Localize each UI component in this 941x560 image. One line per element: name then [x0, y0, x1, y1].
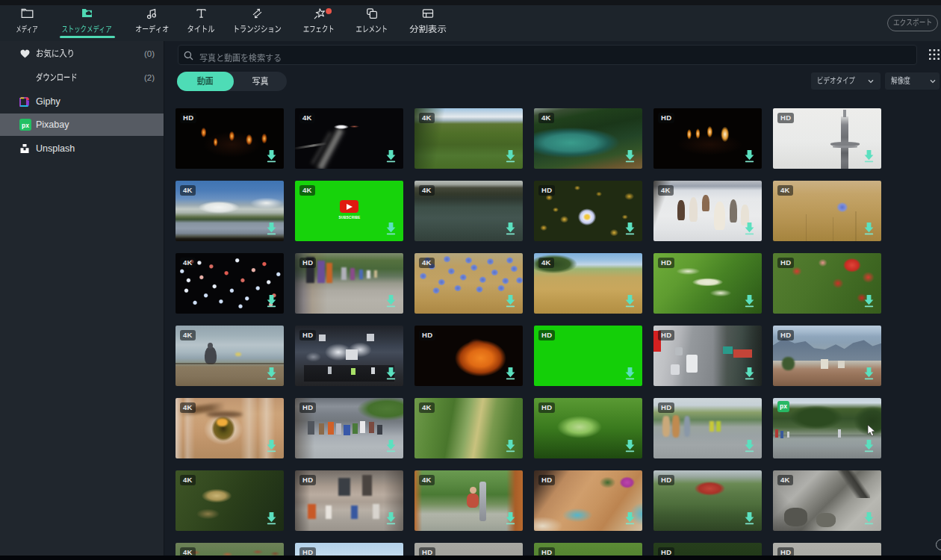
- svg-text:px: px: [22, 122, 29, 129]
